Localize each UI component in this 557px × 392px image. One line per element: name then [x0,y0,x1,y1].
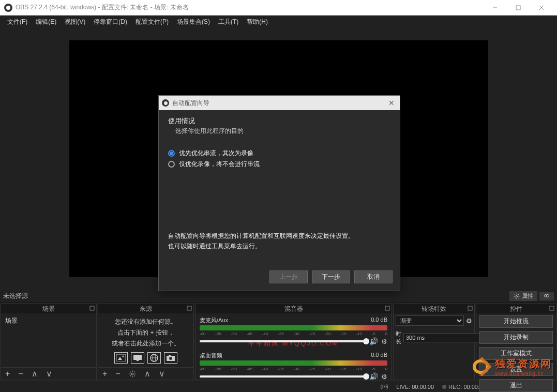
circles-icon [544,293,550,299]
mixer-desktop-db: 0.0 dB [371,352,387,359]
sources-empty-line2: 点击下面的 + 按钮， [117,328,174,337]
scenes-panel: 场景 场景 + − ∧ ∨ [1,304,97,380]
popout-icon[interactable] [384,305,390,311]
watermark: 独爱资源网 www.duaiwang.cc [469,356,552,378]
minimize-button[interactable] [483,1,506,15]
start-stream-button[interactable]: 开始推流 [479,315,553,328]
filters-button[interactable] [539,292,554,300]
sources-empty-line1: 您还没有添加任何源。 [115,318,177,326]
source-up-button[interactable]: ∧ [142,369,153,379]
menu-scene-collection[interactable]: 场景集合(S) [173,17,214,27]
wizard-titlebar[interactable]: 自动配置向导 ✕ [159,96,400,110]
popout-icon[interactable] [89,305,95,311]
status-bar: LIVE: 00:00:00 REC: 00:00:00 CPU: 0.3%, … [0,381,557,392]
menu-tools[interactable]: 工具(T) [214,17,243,27]
add-source-button[interactable]: + [100,369,109,379]
no-source-label: 未选择源 [3,292,507,300]
speaker-icon[interactable]: 🔊 [369,337,378,345]
exit-button[interactable]: 退出 [479,379,553,392]
svg-point-11 [123,355,124,357]
mixer-channel-desktop: 桌面音频 0.0 dB -60-55-50-45-40-35-30-25-20-… [200,352,387,380]
close-button[interactable] [530,1,553,15]
controls-header: 控件 [476,304,556,313]
volume-slider[interactable] [200,375,366,378]
display-source-icon [131,352,144,364]
svg-rect-7 [90,306,94,310]
radio-icon [168,150,175,157]
svg-rect-8 [187,306,191,310]
rec-dot-icon [442,385,446,389]
wizard-opt2-label: 仅优化录像，将不会进行串流 [179,160,260,169]
properties-label: 属性 [522,292,533,300]
properties-button[interactable]: 属性 [509,291,537,301]
wizard-option-record[interactable]: 仅优化录像，将不会进行串流 [168,160,390,169]
obs-icon [162,99,169,107]
menu-bar: 文件(F) 编辑(E) 视图(V) 停靠窗口(D) 配置文件(P) 场景集合(S… [0,16,557,28]
wizard-title: 自动配置向导 [172,99,386,108]
watermark-text: 独爱资源网 [495,357,552,371]
mixer-channel-mic: 麦克风/Aux 0.0 dB 芊芊精典 MYQQJD.COM -60-55-50… [200,316,387,345]
source-settings-button[interactable] [127,370,138,378]
source-toolbar: 未选择源 属性 [0,290,557,303]
menu-edit[interactable]: 编辑(E) [32,17,61,27]
remove-scene-button[interactable]: − [16,369,25,379]
obs-icon [4,4,12,12]
wizard-close-button[interactable]: ✕ [386,99,397,107]
transition-select[interactable]: 渐变 [396,315,464,326]
vu-ticks: -60-55-50-45-40-35-30-25-20-15-10-50 [200,331,387,336]
transition-settings-icon[interactable]: ⚙ [466,317,472,325]
scene-item[interactable]: 场景 [3,315,94,326]
scene-up-button[interactable]: ∧ [29,369,40,379]
wizard-info-1: 自动配置向导将根据您的计算机配置和互联网速度来决定最佳设置。 [168,231,390,241]
gear-icon [514,293,520,299]
popout-icon[interactable] [186,305,192,311]
sources-empty-line3: 或者右击此处添加一个。 [112,339,180,348]
svg-rect-9 [116,354,126,361]
camera-source-icon [164,352,177,364]
svg-rect-19 [169,355,171,356]
mixer-panel: 混音器 麦克风/Aux 0.0 dB 芊芊精典 MYQQJD.COM -60-5… [195,304,392,380]
menu-profile[interactable]: 配置文件(P) [131,17,173,27]
speaker-icon[interactable]: 🔊 [369,372,378,380]
wizard-cancel-button[interactable]: 取消 [354,270,393,283]
svg-rect-22 [468,306,472,310]
wizard-next-button[interactable]: 下一步 [312,270,350,283]
popout-icon[interactable] [549,305,555,311]
mixer-mic-label: 麦克风/Aux [200,316,228,324]
start-record-button[interactable]: 开始录制 [479,331,553,344]
radio-icon [168,161,175,168]
wizard-info-2: 也可以随时通过工具菜单去运行。 [168,241,390,251]
vu-meter [200,360,387,366]
transitions-header: 转场特效 [394,304,474,313]
mixer-header: 混音器 [195,304,392,313]
maximize-button[interactable] [506,1,530,15]
scene-down-button[interactable]: ∨ [44,369,54,379]
watermark-url: www.duaiwang.cc [495,371,552,376]
wizard-option-stream[interactable]: 优先优化串流，其次为录像 [168,149,390,158]
duration-input[interactable] [403,333,480,342]
wizard-back-button[interactable]: 上一步 [269,270,308,283]
remove-source-button[interactable]: − [113,369,122,379]
svg-point-18 [169,357,172,360]
svg-rect-21 [385,306,389,310]
live-status: LIVE: 00:00:00 [396,384,434,390]
popout-icon[interactable] [467,305,473,311]
duration-label: 时长 [396,330,401,345]
sources-empty[interactable]: 您还没有添加任何源。 点击下面的 + 按钮， 或者右击此处添加一个。 [98,313,193,367]
window-titlebar: OBS 27.2.4 (64-bit, windows) - 配置文件: 未命名… [0,0,557,16]
menu-file[interactable]: 文件(F) [3,17,32,27]
source-down-button[interactable]: ∨ [157,369,167,379]
wizard-heading: 使用情况 [168,116,390,126]
channel-settings-icon[interactable]: ⚙ [381,338,387,345]
menu-help[interactable]: 帮助(H) [243,17,272,27]
sources-header: 来源 [98,304,193,313]
channel-settings-icon[interactable]: ⚙ [381,373,387,380]
menu-view[interactable]: 视图(V) [61,17,89,27]
volume-slider[interactable] [200,340,366,342]
gear-icon [129,370,136,378]
add-scene-button[interactable]: + [3,369,12,379]
scene-list[interactable]: 场景 [1,313,96,367]
menu-dock[interactable]: 停靠窗口(D) [89,17,131,27]
mixer-mic-db: 0.0 dB [371,316,387,324]
sources-panel: 来源 您还没有添加任何源。 点击下面的 + 按钮， 或者右击此处添加一个。 + … [98,304,194,380]
